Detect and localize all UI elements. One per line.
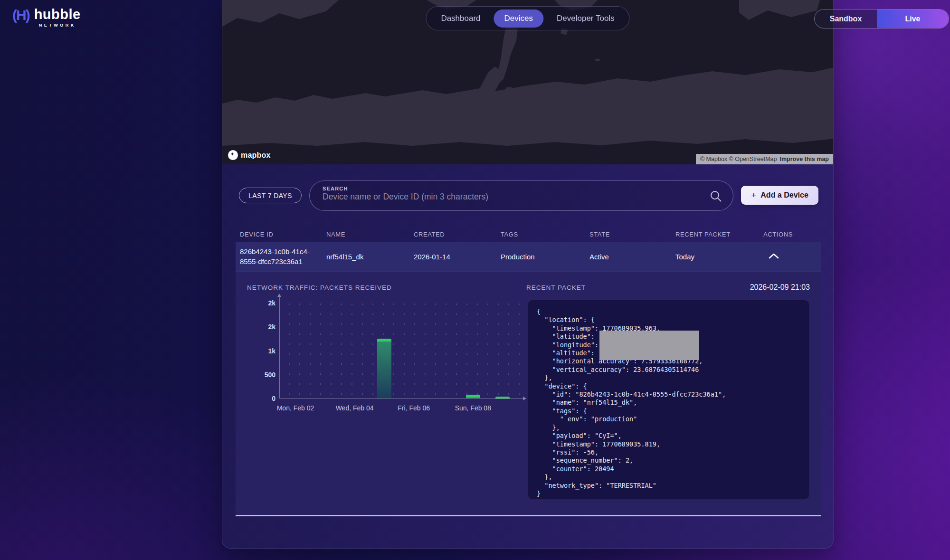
packet-code-line: "id": "826b4243-1c0b-41c4-8555-dfcc723c3… [537, 390, 802, 399]
y-axis-tick-label: 2k [268, 323, 276, 331]
table-header: DEVICE IDNAMECREATEDTAGSSTATERECENT PACK… [236, 227, 821, 242]
live-toggle-option[interactable]: Live [877, 9, 949, 28]
page: { "brand": { "icon": "(H)", "name": "hub… [0, 0, 950, 560]
y-axis-tick-label: 2k [268, 299, 276, 307]
search-label: SEARCH [323, 186, 704, 191]
section-divider [236, 515, 821, 516]
x-axis-tick-label: Mon, Feb 02 [277, 404, 314, 412]
device-tags-cell: Production [496, 253, 585, 261]
tab-devices[interactable]: Devices [494, 9, 543, 28]
redaction-overlay [599, 331, 699, 360]
improve-map-link[interactable]: Improve this map [780, 156, 829, 162]
device-name-cell: nrf54l15_dk [322, 253, 409, 261]
packet-code-block: { "location": { "timestamp": 1770689035.… [528, 300, 809, 500]
packet-code-line: "payload": "CyI=", [537, 432, 802, 440]
device-id-cell: 826b4243-1c0b-41c4- 8555-dfcc723c36a1 [236, 247, 322, 266]
traffic-bar [495, 397, 510, 399]
packet-code-line: { [537, 308, 802, 316]
sandbox-toggle-option[interactable]: Sandbox [815, 9, 877, 28]
x-axis-arrow-icon [523, 397, 526, 400]
bar-body [377, 342, 391, 399]
map-attribution: © Mapbox © OpenStreetMap Improve this ma… [696, 154, 833, 164]
traffic-bar [377, 339, 391, 399]
hubble-logo-icon: (H) [12, 7, 29, 24]
device-created-cell: 2026-01-14 [409, 253, 496, 261]
column-header: NAME [322, 231, 409, 238]
x-axis-tick-label: Wed, Feb 04 [336, 404, 374, 412]
packet-code-line: "tags": { [537, 407, 802, 415]
packet-code-line: }, [537, 374, 802, 382]
bar-body [466, 398, 480, 399]
column-header: DEVICE ID [236, 231, 322, 238]
packet-code-line: "location": { [537, 316, 802, 324]
add-device-button[interactable]: + Add a Device [741, 186, 818, 205]
packet-code-line: }, [537, 424, 802, 432]
add-device-label: Add a Device [760, 191, 808, 199]
chart-x-labels: Mon, Feb 02Wed, Feb 04Fri, Feb 06Sun, Fe… [280, 404, 527, 414]
y-axis-arrow-icon [277, 294, 281, 297]
packet-code-line: "network_type": "TERRESTRIAL" [537, 482, 802, 490]
chart-title: NETWORK TRAFFIC: PACKETS RECEIVED [247, 284, 392, 291]
search-icon[interactable] [709, 190, 722, 203]
packet-code-line: "_env": "production" [537, 415, 802, 423]
packet-code-line: }, [537, 473, 802, 481]
brand[interactable]: (H) hubble NETWORK [12, 7, 81, 28]
column-header: TAGS [496, 231, 585, 238]
packet-code-line: "name": "nrf54l15_dk", [537, 399, 802, 407]
x-axis-line [280, 399, 523, 399]
packet-code-line: "sequence_number": 2, [537, 456, 802, 465]
environment-toggle: Sandbox Live [814, 9, 949, 28]
packet-code-line: "timestamp": 1770689035.819, [537, 440, 802, 448]
device-search-box[interactable]: SEARCH [309, 180, 733, 211]
recent-packet-timestamp: 2026-02-09 21:03 [750, 283, 810, 292]
y-axis-tick-label: 500 [265, 371, 276, 379]
devices-panel: mapbox © Mapbox © OpenStreetMap Improve … [222, 0, 834, 549]
device-state-cell: Active [585, 253, 671, 261]
collapse-row-button[interactable] [764, 247, 783, 266]
column-header: RECENT PACKET [671, 231, 759, 238]
x-axis-tick-label: Sun, Feb 08 [455, 404, 491, 412]
brand-subtitle: NETWORK [39, 23, 76, 28]
device-recent-packet-cell: Today [671, 253, 759, 261]
main-navigation: Dashboard Devices Developer Tools [426, 6, 629, 30]
y-axis-line [279, 297, 280, 399]
tab-dashboard[interactable]: Dashboard [430, 9, 491, 28]
packet-code-line: "counter": 20494 [537, 465, 802, 473]
chart-plot [280, 303, 520, 399]
column-header: STATE [585, 231, 671, 238]
chart-y-labels: 05001k2k2k [236, 303, 276, 399]
packet-code-line: "vertical_accuracy": 23.68764305114746 [537, 366, 802, 374]
y-axis-tick-label: 0 [272, 395, 276, 402]
packet-code-line: } [537, 490, 802, 498]
device-table-row[interactable]: 826b4243-1c0b-41c4- 8555-dfcc723c36a1 nr… [236, 242, 821, 272]
bar-cap [495, 397, 510, 399]
recent-packet-title: RECENT PACKET [526, 284, 586, 291]
brand-name: hubble [34, 7, 81, 22]
plus-icon: + [751, 190, 756, 200]
map-attribution-text: © Mapbox © OpenStreetMap [700, 156, 777, 162]
packet-code-line: "device": { [537, 382, 802, 390]
chevron-up-icon [768, 253, 779, 259]
search-input[interactable] [323, 192, 704, 202]
column-header: CREATED [409, 231, 496, 238]
y-axis-tick-label: 1k [268, 347, 276, 355]
tab-developer-tools[interactable]: Developer Tools [546, 9, 625, 28]
mapbox-logo[interactable]: mapbox [228, 150, 271, 160]
date-range-button[interactable]: LAST 7 DAYS [239, 188, 302, 203]
packet-code-line: "rssi": -56, [537, 448, 802, 456]
traffic-bar [466, 395, 480, 399]
x-axis-tick-label: Fri, Feb 06 [398, 404, 430, 412]
mapbox-pin-icon [228, 150, 238, 160]
column-header: ACTIONS [759, 231, 821, 238]
device-detail-panel: NETWORK TRAFFIC: PACKETS RECEIVED 05001k… [236, 272, 821, 515]
mapbox-wordmark: mapbox [241, 151, 271, 160]
